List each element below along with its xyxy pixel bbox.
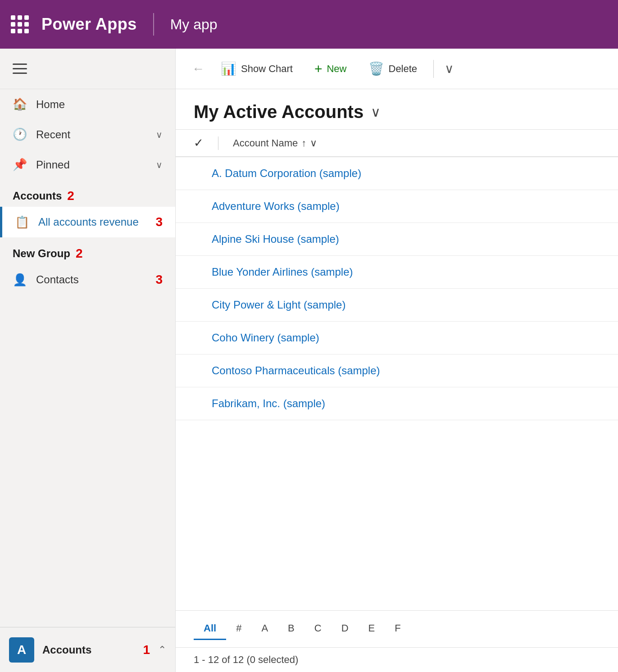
sidebar-item-home-label: Home <box>36 98 163 111</box>
toolbar-more-button[interactable]: ∨ <box>441 58 458 80</box>
sidebar-item-pinned[interactable]: 📌 Pinned ∨ <box>0 150 175 180</box>
avatar: A <box>9 637 34 663</box>
sidebar-item-recent-label: Recent <box>36 128 147 141</box>
new-group-section-badge: 2 <box>76 246 83 261</box>
table-row[interactable]: A. Datum Corporation (sample) <box>176 157 618 190</box>
sort-desc-icon[interactable]: ∨ <box>310 137 317 149</box>
new-icon: + <box>314 61 323 77</box>
delete-icon: 🗑️ <box>368 61 384 76</box>
table-row[interactable]: City Power & Light (sample) <box>176 289 618 322</box>
accounts-section-header: Accounts 2 <box>0 180 175 207</box>
recent-chevron-icon: ∨ <box>156 129 163 140</box>
account-link[interactable]: Adventure Works (sample) <box>212 200 340 212</box>
table-row[interactable]: Coho Winery (sample) <box>176 322 618 354</box>
select-all-checkbox[interactable]: ✓ <box>194 136 204 150</box>
sort-asc-icon[interactable]: ↑ <box>301 137 306 149</box>
status-bar: 1 - 12 of 12 (0 selected) <box>176 647 618 672</box>
col-divider <box>218 136 218 150</box>
new-group-section-label: New Group <box>13 247 70 260</box>
main-content: ← 📊 Show Chart + New 🗑️ Delete ∨ My Acti… <box>176 49 618 672</box>
filter-d[interactable]: D <box>332 618 359 640</box>
new-label: New <box>327 63 346 75</box>
account-link[interactable]: Blue Yonder Airlines (sample) <box>212 266 353 278</box>
filter-a[interactable]: A <box>251 618 278 640</box>
sidebar-bottom[interactable]: A Accounts 1 ⌃ <box>0 627 175 672</box>
account-name-col-header: Account Name ↑ ∨ <box>233 137 317 149</box>
filter-e[interactable]: E <box>359 618 385 640</box>
app-grid-icon[interactable] <box>11 15 29 33</box>
account-link[interactable]: Alpine Ski House (sample) <box>212 233 339 245</box>
sidebar-item-pinned-label: Pinned <box>36 159 147 171</box>
hamburger-menu-button[interactable] <box>13 64 27 74</box>
sidebar-item-all-accounts-revenue-label: All accounts revenue <box>38 216 146 228</box>
contacts-badge: 3 <box>155 272 163 287</box>
sidebar-bottom-chevron-icon[interactable]: ⌃ <box>158 644 166 656</box>
accounts-revenue-icon: 📋 <box>15 215 29 229</box>
view-title-chevron-icon[interactable]: ∨ <box>371 104 381 120</box>
all-accounts-revenue-badge: 3 <box>155 215 163 229</box>
account-link[interactable]: A. Datum Corporation (sample) <box>212 167 361 179</box>
accounts-section-badge: 2 <box>67 189 74 203</box>
table-header: ✓ Account Name ↑ ∨ <box>176 129 618 157</box>
show-chart-button[interactable]: 📊 Show Chart <box>212 57 302 81</box>
delete-button[interactable]: 🗑️ Delete <box>359 57 427 81</box>
table-row[interactable]: Adventure Works (sample) <box>176 190 618 223</box>
topbar-divider <box>153 13 154 36</box>
sidebar-nav: 🏠 Home 🕐 Recent ∨ 📌 Pinned ∨ Accounts 2 <box>0 89 175 627</box>
new-button[interactable]: + New <box>305 57 356 81</box>
back-button[interactable]: ← <box>188 58 208 80</box>
sidebar-bottom-label: Accounts <box>42 644 135 656</box>
delete-label: Delete <box>389 63 418 75</box>
view-title: My Active Accounts <box>194 102 364 122</box>
chart-icon: 📊 <box>221 61 236 76</box>
main-layout: 🏠 Home 🕐 Recent ∨ 📌 Pinned ∨ Accounts 2 <box>0 49 618 672</box>
table-row[interactable]: Contoso Pharmaceuticals (sample) <box>176 354 618 387</box>
filter-c[interactable]: C <box>304 618 332 640</box>
sidebar-item-home[interactable]: 🏠 Home <box>0 89 175 119</box>
table-list: A. Datum Corporation (sample) Adventure … <box>176 157 618 610</box>
filter-hash[interactable]: # <box>226 618 251 640</box>
view-title-bar: My Active Accounts ∨ <box>176 89 618 129</box>
account-link[interactable]: Contoso Pharmaceuticals (sample) <box>212 364 380 377</box>
filter-b[interactable]: B <box>278 618 304 640</box>
content-toolbar: ← 📊 Show Chart + New 🗑️ Delete ∨ <box>176 49 618 89</box>
toolbar-separator <box>433 60 434 78</box>
sidebar-item-recent[interactable]: 🕐 Recent ∨ <box>0 119 175 150</box>
sidebar-item-contacts-label: Contacts <box>36 273 146 286</box>
account-link[interactable]: Coho Winery (sample) <box>212 331 319 344</box>
contacts-icon: 👤 <box>13 273 27 287</box>
recent-icon: 🕐 <box>13 127 27 141</box>
pinned-chevron-icon: ∨ <box>156 159 163 170</box>
account-link[interactable]: Fabrikam, Inc. (sample) <box>212 397 325 409</box>
show-chart-label: Show Chart <box>241 63 293 75</box>
filter-bar: All # A B C D E F <box>176 610 618 647</box>
filter-f[interactable]: F <box>385 618 410 640</box>
sidebar-item-all-accounts-revenue[interactable]: 📋 All accounts revenue 3 <box>0 207 175 237</box>
sidebar: 🏠 Home 🕐 Recent ∨ 📌 Pinned ∨ Accounts 2 <box>0 49 176 672</box>
sidebar-bottom-badge: 1 <box>143 643 150 657</box>
table-row[interactable]: Fabrikam, Inc. (sample) <box>176 387 618 420</box>
new-group-section-header: New Group 2 <box>0 237 175 264</box>
sidebar-toolbar <box>0 49 175 89</box>
table-row[interactable]: Alpine Ski House (sample) <box>176 223 618 256</box>
app-name: My app <box>170 16 218 33</box>
filter-all[interactable]: All <box>194 618 226 640</box>
top-bar: Power Apps My app <box>0 0 618 49</box>
table-row[interactable]: Blue Yonder Airlines (sample) <box>176 256 618 289</box>
accounts-section-label: Accounts <box>13 190 62 202</box>
home-icon: 🏠 <box>13 97 27 111</box>
account-link[interactable]: City Power & Light (sample) <box>212 299 345 311</box>
status-text: 1 - 12 of 12 (0 selected) <box>194 654 298 665</box>
account-name-col-label: Account Name <box>233 137 298 149</box>
app-title: Power Apps <box>41 15 137 34</box>
sidebar-item-contacts[interactable]: 👤 Contacts 3 <box>0 264 175 295</box>
pinned-icon: 📌 <box>13 158 27 172</box>
